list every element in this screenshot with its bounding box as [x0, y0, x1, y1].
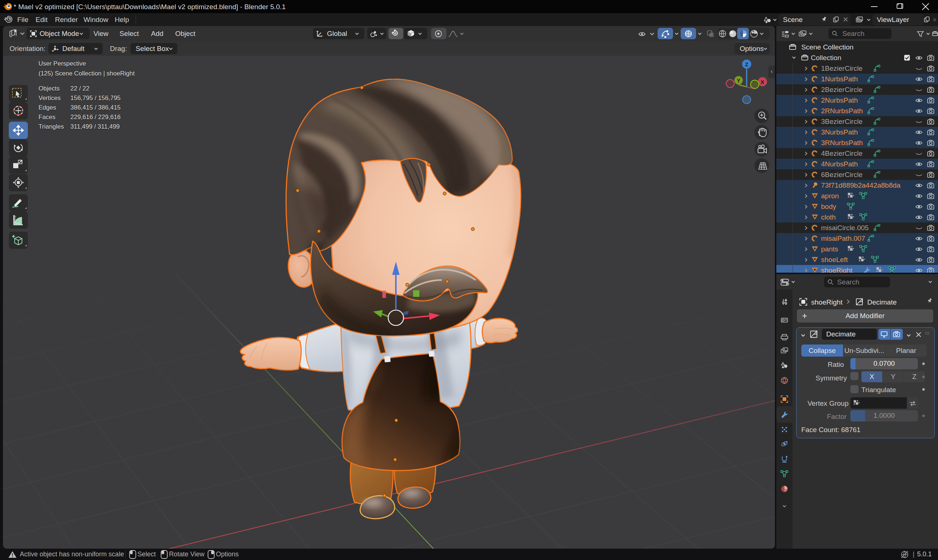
svg-text:Y: Y: [737, 78, 740, 83]
svg-text:Z: Z: [745, 62, 749, 68]
svg-text:X: X: [761, 79, 764, 85]
